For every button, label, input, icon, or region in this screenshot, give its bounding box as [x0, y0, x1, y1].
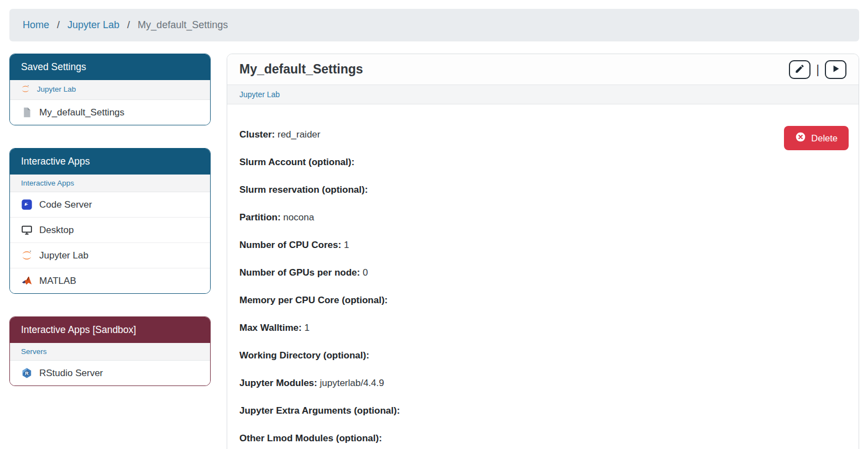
sidebar-item-jupyter-lab[interactable]: Jupyter Lab: [10, 243, 210, 268]
saved-settings-app-link[interactable]: Jupyter Lab: [37, 85, 76, 93]
saved-settings-app-row[interactable]: Jupyter Lab: [10, 80, 210, 100]
interactive-apps-subheader-row[interactable]: Interactive Apps: [10, 175, 210, 192]
interactive-apps-subheader-link[interactable]: Interactive Apps: [21, 179, 74, 187]
circle-x-icon: [795, 131, 806, 145]
field-working-directory: Working Directory (optional):: [239, 348, 846, 363]
svg-text:R: R: [25, 371, 29, 376]
card-app-link[interactable]: Jupyter Lab: [239, 90, 280, 99]
sandbox-subheader-row[interactable]: Servers: [10, 343, 210, 361]
breadcrumb-home-link[interactable]: Home: [23, 19, 49, 31]
card-title-row: My_default_Settings |: [227, 54, 859, 84]
app-item-label: Desktop: [39, 225, 74, 236]
field-jupyter-modules: Jupyter Modules: jupyterlab/4.4.9: [239, 376, 846, 390]
field-partition: Partition: nocona: [239, 210, 846, 225]
breadcrumb-jupyterlab-link[interactable]: Jupyter Lab: [67, 19, 119, 31]
delete-button-label: Delete: [811, 133, 838, 144]
field-cluster: Cluster: red_raider: [239, 128, 846, 142]
field-jupyter-extra-args: Jupyter Extra Arguments (optional):: [239, 404, 846, 418]
sidebar-item-desktop[interactable]: Desktop: [10, 218, 210, 243]
edit-button[interactable]: [789, 60, 811, 79]
matlab-icon: [21, 275, 33, 287]
field-other-lmod-modules: Other Lmod Modules (optional):: [239, 431, 846, 446]
code-server-icon: [21, 199, 33, 210]
field-slurm-reservation: Slurm reservation (optional):: [239, 183, 846, 197]
card-app-row: Jupyter Lab: [227, 84, 859, 104]
sandbox-subheader-link[interactable]: Servers: [21, 347, 47, 356]
sidebar-item-code-server[interactable]: Code Server: [10, 192, 210, 218]
breadcrumb: Home / Jupyter Lab / My_default_Settings: [9, 9, 859, 41]
interactive-apps-header: Interactive Apps: [10, 149, 210, 175]
app-item-label: Code Server: [39, 199, 92, 210]
sidebar-item-rstudio-server[interactable]: R RStudio Server: [10, 361, 210, 385]
play-icon: [830, 64, 841, 76]
breadcrumb-current: My_default_Settings: [138, 19, 228, 31]
delete-button[interactable]: Delete: [784, 126, 849, 150]
sidebar: Saved Settings Jupyter Lab My_default_Se…: [9, 54, 211, 409]
title-actions: |: [789, 60, 846, 79]
settings-card: My_default_Settings |: [227, 54, 859, 449]
desktop-icon: [21, 224, 33, 236]
saved-settings-header: Saved Settings: [10, 54, 210, 80]
field-slurm-account: Slurm Account (optional):: [239, 155, 846, 170]
page-title: My_default_Settings: [239, 62, 363, 77]
app-item-label: RStudio Server: [39, 368, 103, 379]
sandbox-apps-panel: Interactive Apps [Sandbox] Servers R RSt…: [9, 316, 211, 386]
saved-settings-panel: Saved Settings Jupyter Lab My_default_Se…: [9, 54, 211, 125]
app-item-label: MATLAB: [39, 276, 76, 287]
field-cpu-cores: Number of CPU Cores: 1: [239, 238, 846, 252]
field-gpus-per-node: Number of GPUs per node: 0: [239, 266, 846, 280]
interactive-apps-panel: Interactive Apps Interactive Apps Code S…: [9, 148, 211, 294]
action-separator: |: [815, 62, 820, 77]
breadcrumb-separator: /: [57, 19, 60, 31]
launch-button[interactable]: [825, 60, 846, 79]
field-memory-per-core: Memory per CPU Core (optional):: [239, 293, 846, 308]
breadcrumb-separator: /: [127, 19, 130, 31]
jupyter-icon: [21, 84, 30, 95]
rstudio-icon: R: [21, 367, 33, 379]
field-max-walltime: Max Walltime: 1: [239, 321, 846, 335]
app-item-label: Jupyter Lab: [39, 250, 88, 261]
sidebar-item-matlab[interactable]: MATLAB: [10, 268, 210, 293]
saved-setting-item[interactable]: My_default_Settings: [10, 100, 210, 125]
sandbox-apps-header: Interactive Apps [Sandbox]: [10, 317, 210, 343]
card-body: Delete Cluster: red_raider Slurm Account…: [227, 104, 859, 449]
file-icon: [21, 107, 33, 118]
jupyter-icon: [21, 250, 33, 261]
main-content: My_default_Settings |: [227, 54, 859, 449]
pencil-icon: [794, 64, 805, 76]
saved-setting-label: My_default_Settings: [39, 107, 124, 118]
